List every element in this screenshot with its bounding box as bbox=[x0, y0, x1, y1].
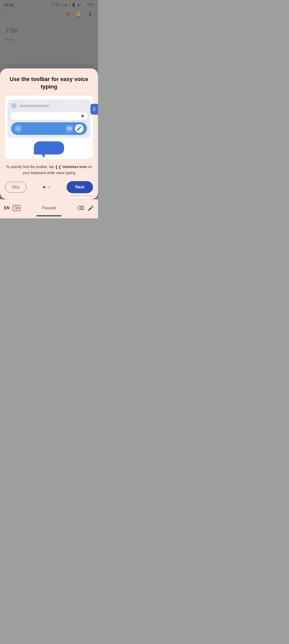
mock-title-bar bbox=[19, 105, 49, 107]
next-button[interactable]: Next bbox=[67, 181, 93, 193]
toolbar-right: ⌫ 🎤 bbox=[77, 205, 94, 211]
language-label[interactable]: EN bbox=[4, 206, 10, 210]
dot-2 bbox=[47, 186, 50, 188]
card-bottom: Skip Next bbox=[5, 181, 93, 193]
card-description: To quickly find the toolbar, tap ❮❮ mini… bbox=[5, 164, 93, 176]
keyboard-switch-icon[interactable]: ⌨ bbox=[13, 205, 21, 211]
home-indicator bbox=[36, 215, 62, 216]
delete-icon[interactable]: ⌫ bbox=[77, 205, 84, 211]
mic-button: 🎤 bbox=[75, 124, 83, 133]
minimise-icon: ❮❮ bbox=[55, 164, 62, 170]
skip-button[interactable]: Skip bbox=[5, 182, 26, 193]
watermark: ANDROID AUTHORITY bbox=[68, 194, 97, 198]
mic-icon[interactable]: 🎤 bbox=[88, 205, 94, 211]
tutorial-card: Use the toolbar for easy voice typing ☺ … bbox=[0, 68, 98, 199]
illustration-box: ☺ ⌨ 🎤 bbox=[5, 96, 93, 159]
keyboard-icon: ⌨ bbox=[66, 125, 73, 132]
mock-toolbar: ☺ ⌨ 🎤 bbox=[11, 122, 87, 135]
toolbar-left: EN ⌨ bbox=[4, 205, 21, 211]
bubble-wrap bbox=[8, 138, 90, 159]
card-title: Use the toolbar for easy voice typing bbox=[5, 75, 93, 90]
pagination-dots bbox=[43, 186, 50, 188]
paused-label: Paused bbox=[42, 206, 56, 210]
mock-cursor bbox=[81, 115, 84, 117]
mock-avatar bbox=[11, 103, 17, 109]
chat-bubble bbox=[34, 141, 64, 154]
mock-toolbar-right: ⌨ 🎤 bbox=[66, 124, 83, 133]
mock-header bbox=[11, 103, 87, 109]
dot-1 bbox=[43, 186, 45, 188]
list-button[interactable]: list bbox=[90, 104, 98, 115]
mock-input-area bbox=[11, 112, 87, 120]
mock-screen: ☺ ⌨ 🎤 bbox=[8, 100, 90, 138]
emoji-icon: ☺ bbox=[15, 125, 22, 132]
